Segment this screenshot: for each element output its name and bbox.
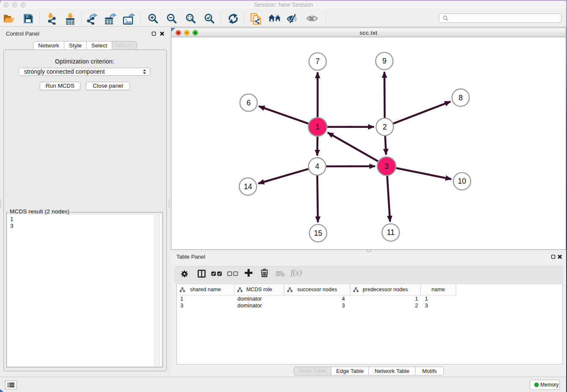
svg-text:15: 15: [314, 229, 322, 237]
svg-text:3: 3: [385, 162, 389, 171]
svg-text:7: 7: [316, 57, 320, 66]
svg-text:14: 14: [244, 182, 252, 191]
svg-text:2: 2: [383, 123, 387, 131]
svg-text:8: 8: [459, 94, 463, 102]
svg-text:9: 9: [382, 57, 386, 65]
svg-text:11: 11: [387, 228, 394, 237]
svg-text:1: 1: [316, 123, 320, 131]
svg-text:4: 4: [315, 162, 319, 171]
svg-text:10: 10: [458, 177, 466, 185]
svg-text:6: 6: [247, 99, 251, 107]
